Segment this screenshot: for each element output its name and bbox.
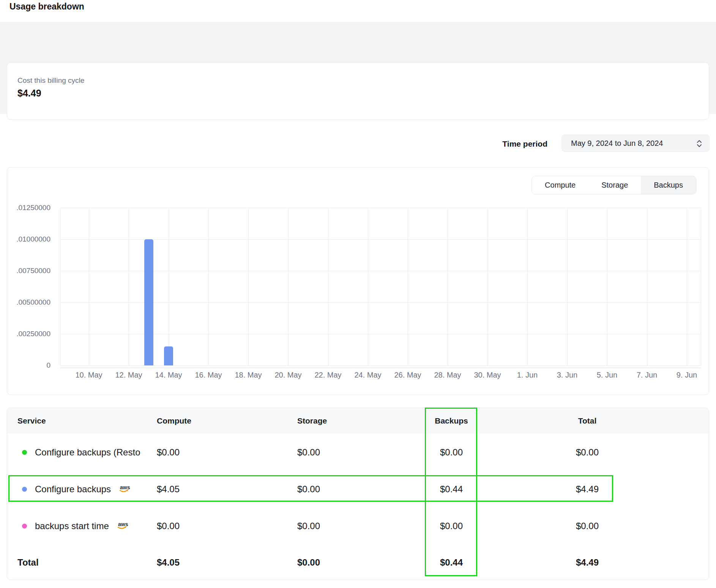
table-header-storage: Storage [297, 408, 385, 434]
chevron-updown-icon [695, 139, 703, 148]
chart-gridline-vertical [328, 208, 328, 365]
table-row: backups start timeaws$0.00$0.00$0.00$0.0… [7, 507, 709, 544]
usage-chart-card: ComputeStorageBackups .01250000.01000000… [7, 167, 709, 395]
chart-gridline-vertical [368, 208, 368, 365]
cell-backups: $0.44 [425, 484, 478, 495]
table-header-row: ServiceComputeStorageBackupsTotal [7, 408, 709, 434]
y-axis-tick-label: .00750000 [9, 267, 50, 275]
y-axis-tick-label: .00500000 [9, 298, 50, 307]
chart-gridline-vertical [527, 208, 528, 365]
table-header-compute: Compute [157, 408, 244, 434]
cell-backups: $0.00 [425, 521, 478, 531]
service-label: Configure backupsaws [35, 483, 131, 495]
cell-total: $0.00 [549, 521, 625, 531]
chart-gridline-vertical [129, 208, 129, 365]
service-color-dot [22, 523, 27, 528]
chart-gridline-vertical [208, 208, 209, 365]
usage-bar[interactable] [144, 239, 153, 365]
chart-gridline-horizontal [60, 208, 701, 208]
chart-gridline-vertical [567, 208, 568, 365]
tab-storage[interactable]: Storage [588, 176, 641, 194]
cell-compute: $0.00 [157, 447, 244, 458]
table-row: Configure backupsaws$4.05$0.00$0.44$4.49 [7, 471, 709, 507]
chart-gridline-horizontal [60, 302, 701, 303]
table-row: Configure backups (Resto$0.00$0.00$0.00$… [7, 434, 709, 471]
cell-compute: $4.05 [157, 484, 244, 495]
cost-card: Cost this billing cycle $4.49 [7, 62, 709, 120]
service-label: Configure backups (Resto [35, 447, 140, 458]
svg-text:aws: aws [118, 521, 128, 527]
chart-gridline-vertical [169, 208, 169, 365]
x-axis-tick-label: 9. Jun [662, 371, 711, 379]
total-row-label: Total [17, 557, 39, 568]
service-color-dot [22, 487, 27, 492]
service-name: backups start time [35, 521, 109, 531]
time-period-label: Time period [437, 139, 547, 149]
aws-logo-icon: aws [115, 521, 129, 531]
cell-total: $0.00 [549, 447, 625, 458]
chart-gridline-horizontal [60, 239, 701, 240]
cell-backups: $0.44 [425, 557, 478, 568]
table-total-row: Total$4.05$0.00$0.44$4.49 [7, 544, 709, 580]
chart-gridline-vertical [60, 208, 60, 365]
chart-gridline-horizontal [60, 365, 701, 366]
page-title: Usage breakdown [9, 2, 84, 12]
chart-gridline-vertical [487, 208, 488, 365]
chart-gridline-horizontal [60, 271, 701, 271]
aws-logo-icon: aws [117, 484, 131, 494]
chart-gridline-vertical [687, 208, 687, 365]
cell-storage: $0.00 [297, 521, 385, 531]
chart-gridline-vertical [701, 208, 701, 365]
summary-band: Cost this billing cycle $4.49 [0, 22, 716, 114]
service-label: backups start timeaws [35, 520, 129, 532]
time-period-value: May 9, 2024 to Jun 8, 2024 [571, 135, 663, 152]
cell-total: $4.49 [549, 484, 625, 495]
cell-storage: $0.00 [297, 557, 385, 568]
cell-storage: $0.00 [297, 484, 385, 495]
usage-table: ServiceComputeStorageBackupsTotal Config… [7, 408, 709, 580]
chart-gridline-vertical [647, 208, 647, 365]
y-axis-tick-label: .01250000 [9, 204, 50, 212]
table-header-service: Service [17, 408, 46, 434]
cell-storage: $0.00 [297, 447, 385, 458]
cost-card-value: $4.49 [17, 88, 41, 99]
table-header-total: Total [549, 408, 625, 434]
time-period-select[interactable]: May 9, 2024 to Jun 8, 2024 [561, 134, 710, 152]
chart-gridline-vertical [248, 208, 249, 365]
chart-tab-group: ComputeStorageBackups [531, 176, 696, 194]
chart-baseline [60, 368, 701, 368]
service-color-dot [22, 450, 27, 455]
cell-total: $4.49 [549, 557, 625, 568]
service-name: Configure backups [35, 484, 111, 495]
usage-bar[interactable] [164, 346, 173, 365]
tab-compute[interactable]: Compute [532, 176, 588, 194]
chart-gridline-vertical [607, 208, 607, 365]
chart-gridline-vertical [288, 208, 289, 365]
service-name: Configure backups (Resto [35, 447, 140, 458]
chart-gridline-vertical [89, 208, 89, 365]
cell-compute: $4.05 [157, 557, 244, 568]
usage-breakdown-page: Usage breakdown Cost this billing cycle … [0, 0, 716, 588]
tab-backups[interactable]: Backups [641, 176, 696, 194]
cost-card-label: Cost this billing cycle [17, 76, 84, 85]
cell-compute: $0.00 [157, 521, 244, 531]
chart-gridline-vertical [408, 208, 408, 365]
cell-backups: $0.00 [425, 447, 478, 458]
svg-text:aws: aws [120, 484, 130, 490]
chart-gridline-vertical [448, 208, 448, 365]
chart-gridline-horizontal [60, 334, 701, 334]
y-axis-tick-label: 0 [9, 361, 50, 370]
table-header-backups: Backups [425, 408, 478, 434]
y-axis-tick-label: .00250000 [9, 330, 50, 338]
y-axis-tick-label: .01000000 [9, 235, 50, 243]
